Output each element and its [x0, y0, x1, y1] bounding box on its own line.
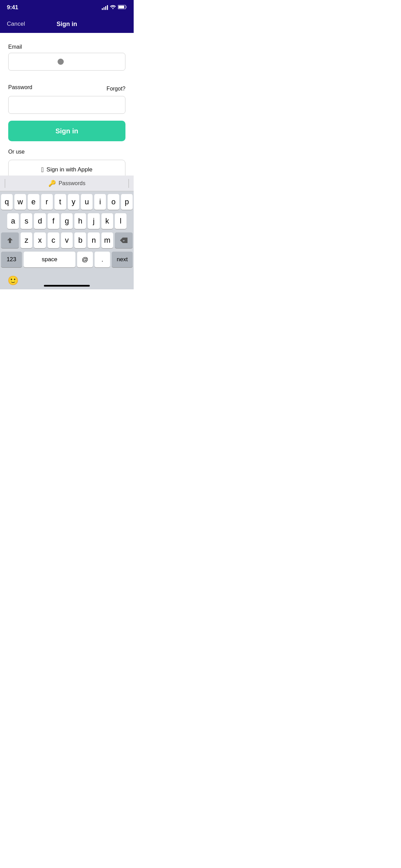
key-a[interactable]: a	[7, 213, 19, 229]
keyboard-row-4: 123 space @ . next	[1, 252, 133, 267]
keyboard-row-1: q w e r t y u i o p	[1, 194, 133, 210]
signal-icon	[102, 5, 108, 10]
email-input[interactable]	[8, 53, 125, 71]
key-o[interactable]: o	[108, 194, 119, 210]
key-t[interactable]: t	[54, 194, 66, 210]
key-m[interactable]: m	[101, 232, 113, 248]
nav-bar: Cancel Sign in	[0, 15, 134, 33]
email-label: Email	[8, 44, 125, 50]
key-b[interactable]: b	[74, 232, 86, 248]
key-f[interactable]: f	[48, 213, 59, 229]
status-time: 9:41	[7, 4, 18, 11]
keyboard-rows: q w e r t y u i o p a s d f g h j k l	[0, 191, 134, 272]
period-key[interactable]: .	[95, 252, 110, 267]
delete-key[interactable]	[115, 232, 133, 248]
passwords-label: Passwords	[59, 180, 85, 186]
key-q[interactable]: q	[1, 194, 13, 210]
apple-icon: 	[41, 166, 44, 174]
shift-key[interactable]	[1, 232, 19, 248]
at-key[interactable]: @	[77, 252, 93, 267]
sign-in-button[interactable]: Sign in	[8, 121, 125, 141]
key-g[interactable]: g	[61, 213, 73, 229]
key-y[interactable]: y	[68, 194, 80, 210]
emoji-button[interactable]: 🙂	[7, 274, 19, 287]
key-j[interactable]: j	[88, 213, 99, 229]
apple-sign-in-label: Sign in with Apple	[47, 166, 93, 173]
space-key[interactable]: space	[24, 252, 76, 267]
key-p[interactable]: p	[121, 194, 133, 210]
next-key[interactable]: next	[112, 252, 133, 267]
key-u[interactable]: u	[81, 194, 93, 210]
numbers-key[interactable]: 123	[1, 252, 22, 267]
key-e[interactable]: e	[28, 194, 39, 210]
password-field-row: Password Forgot?	[8, 84, 125, 93]
wifi-icon	[110, 4, 116, 11]
key-v[interactable]: v	[61, 232, 73, 248]
email-field-wrapper	[8, 53, 125, 71]
text-cursor-handle	[58, 59, 64, 65]
svg-rect-1	[119, 6, 124, 9]
key-i[interactable]: i	[94, 194, 106, 210]
key-n[interactable]: n	[88, 232, 99, 248]
or-use-label: Or use	[8, 149, 125, 155]
cancel-button[interactable]: Cancel	[7, 21, 25, 27]
password-input[interactable]	[8, 96, 125, 114]
keyboard-row-3: z x c v b n m	[1, 232, 133, 248]
key-w[interactable]: w	[14, 194, 26, 210]
svg-rect-2	[126, 6, 127, 8]
passwords-bar[interactable]: 🔑 Passwords	[0, 176, 134, 191]
forgot-password-button[interactable]: Forgot?	[107, 86, 125, 92]
status-bar: 9:41	[0, 0, 134, 15]
key-z[interactable]: z	[21, 232, 32, 248]
key-r[interactable]: r	[41, 194, 53, 210]
home-indicator	[44, 285, 90, 287]
key-c[interactable]: c	[48, 232, 59, 248]
password-label: Password	[8, 84, 32, 91]
keyboard-row-2: a s d f g h j k l	[1, 213, 133, 229]
keyboard: 🔑 Passwords q w e r t y u i o p a s d f …	[0, 176, 134, 289]
key-d[interactable]: d	[34, 213, 46, 229]
page-title: Sign in	[57, 21, 77, 28]
key-l[interactable]: l	[115, 213, 126, 229]
status-icons	[102, 4, 127, 11]
key-h[interactable]: h	[74, 213, 86, 229]
key-x[interactable]: x	[34, 232, 46, 248]
keyboard-bottom-bar: 🙂	[0, 272, 134, 289]
key-k[interactable]: k	[101, 213, 113, 229]
key-icon: 🔑	[48, 180, 56, 187]
key-s[interactable]: s	[21, 213, 32, 229]
battery-icon	[118, 4, 127, 11]
